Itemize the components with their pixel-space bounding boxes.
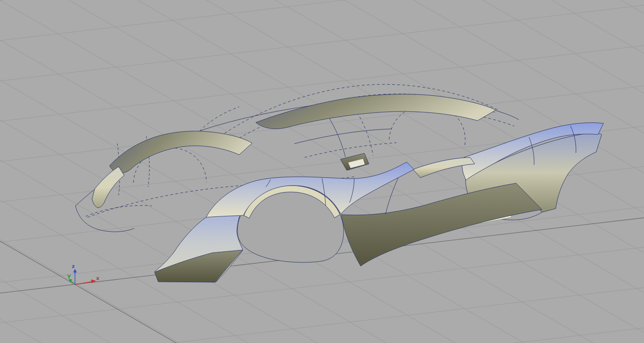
y-axis-label: Y <box>67 274 71 280</box>
x-axis-label: x <box>96 275 99 281</box>
z-axis-label: z <box>72 263 75 269</box>
3d-viewport[interactable]: x Y z <box>0 0 644 343</box>
viewport-canvas[interactable]: x Y z <box>0 0 644 343</box>
